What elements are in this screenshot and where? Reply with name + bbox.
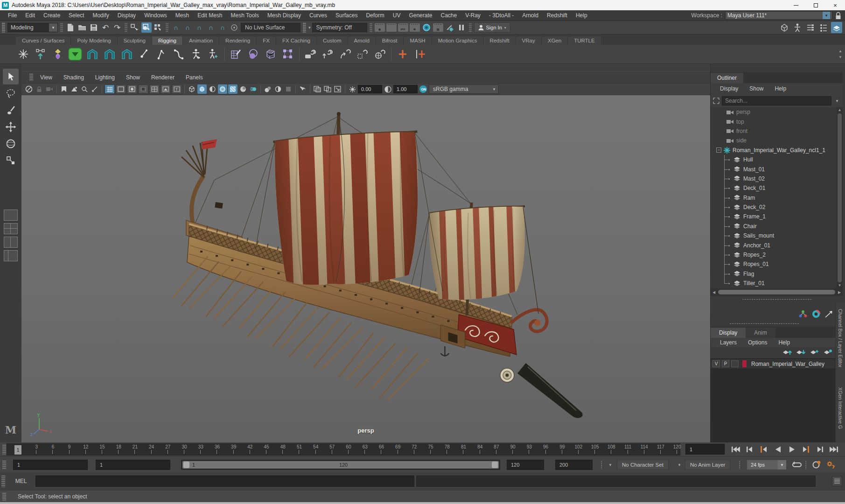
max-to-maya-icon[interactable]	[85, 47, 100, 62]
minimize-button[interactable]	[786, 0, 806, 10]
panel-drag-handle[interactable]	[29, 73, 33, 82]
save-scene-icon[interactable]	[89, 22, 99, 33]
outliner-mesh-item[interactable]: Flag	[711, 269, 843, 279]
current-frame-field[interactable]	[685, 444, 725, 455]
menu-item[interactable]: Deform	[362, 11, 388, 20]
camera-attributes-icon[interactable]	[45, 84, 54, 94]
layer-playback-toggle[interactable]: P	[722, 360, 729, 367]
undo-icon[interactable]: ↶	[100, 22, 111, 33]
layer-editor-tab[interactable]: Anim	[746, 328, 775, 338]
oversampling-icon[interactable]	[90, 84, 99, 94]
go-to-end-button[interactable]	[827, 443, 840, 455]
panel-splitter[interactable]	[729, 323, 799, 324]
timeline-tick[interactable]: 27	[152, 444, 168, 455]
timeline-tick[interactable]: 3	[20, 444, 36, 455]
timeline-tick[interactable]: 36	[201, 444, 217, 455]
gamma-field[interactable]: 1.00	[393, 85, 418, 93]
exposure-icon[interactable]	[348, 84, 357, 94]
outliner-mesh-item[interactable]: Chair	[711, 222, 843, 231]
timeline-tick[interactable]: 75	[414, 444, 431, 455]
menu-item[interactable]: - 3DtoAll -	[485, 11, 518, 20]
timeline-tick[interactable]: 60	[332, 444, 349, 455]
mel-input[interactable]	[35, 476, 414, 487]
rotate-tool-icon[interactable]	[3, 136, 19, 152]
outliner-mesh-item[interactable]: Tiller_01	[711, 279, 843, 288]
layout-single-pane-button[interactable]	[4, 210, 18, 221]
group-separator[interactable]	[370, 23, 372, 32]
shelf-tab[interactable]: Arnold	[348, 36, 376, 45]
go-to-start-button[interactable]	[729, 443, 742, 455]
step-forward-frame-button[interactable]	[813, 443, 826, 455]
outliner-list[interactable]: persp top front side − Roman_Imperial_Wa…	[711, 107, 843, 288]
connect-attribute-icon[interactable]	[412, 47, 427, 62]
timeline-tick[interactable]: 87	[480, 444, 496, 455]
hypershade-icon[interactable]	[421, 22, 432, 33]
drag-handle[interactable]	[2, 492, 6, 501]
timeline-tick[interactable]: 30	[168, 444, 184, 455]
select-object-icon[interactable]	[141, 22, 152, 33]
timeline-tick[interactable]: 81	[447, 444, 463, 455]
shelf-tab[interactable]: Sculpting	[118, 36, 152, 45]
timeline-tick[interactable]: 93	[513, 444, 529, 455]
shelf-tab[interactable]: Curves / Surfaces	[16, 36, 71, 45]
timeline-tick[interactable]: 69	[381, 444, 398, 455]
hypershade-display-icon[interactable]	[811, 310, 821, 318]
group-separator[interactable]	[125, 23, 127, 32]
snap-view-plane-icon[interactable]: ∩	[217, 22, 228, 33]
scroll-up-icon[interactable]: ▲	[838, 107, 842, 113]
render-flags-icon[interactable]: ▨	[433, 22, 443, 33]
outliner-mesh-item[interactable]: Deck_02	[711, 203, 843, 212]
move-layer-down-icon[interactable]	[796, 349, 806, 356]
command-result-field[interactable]	[416, 476, 816, 487]
menu-item[interactable]: Cache	[436, 11, 461, 20]
animation-start-field[interactable]	[13, 460, 88, 470]
menu-item[interactable]: Generate	[405, 11, 436, 20]
render-view-icon[interactable]: ◉	[375, 22, 385, 33]
outliner-menu-item[interactable]: Display	[714, 84, 744, 93]
shelf-tab[interactable]: Poly Modeling	[71, 36, 117, 45]
shelf-tab[interactable]: Animation	[183, 36, 219, 45]
render-settings-icon[interactable]: ✱	[410, 22, 420, 33]
range-slider-bar[interactable]: 1 120	[182, 461, 499, 469]
group-separator[interactable]	[166, 23, 168, 32]
group-separator[interactable]	[60, 23, 63, 32]
bind-skin-icon[interactable]	[246, 47, 261, 62]
character-controls-toggle-icon[interactable]	[792, 22, 803, 33]
shelf-tab[interactable]: MASH	[404, 36, 432, 45]
step-back-frame-button[interactable]	[743, 443, 756, 455]
lock-icon[interactable]	[835, 12, 841, 20]
layer-visibility-toggle[interactable]: V	[712, 360, 720, 367]
timeline-tick[interactable]: 114	[628, 444, 644, 455]
menu-item[interactable]: Arnold	[518, 11, 543, 20]
panel-menu-item[interactable]: Panels	[180, 72, 209, 83]
create-layer-from-selected-icon[interactable]	[823, 349, 833, 356]
outliner-mesh-item[interactable]: Deck_01	[711, 183, 843, 193]
outliner-mesh-item[interactable]: Ropes_01	[711, 259, 843, 269]
drag-handle[interactable]	[303, 22, 306, 33]
shelf-tab[interactable]: XGen	[542, 36, 568, 45]
shelf-tab[interactable]: Rendering	[219, 36, 257, 45]
outliner-mesh-item[interactable]: Hull	[711, 155, 843, 164]
outliner-tab[interactable]: Outliner	[711, 73, 743, 83]
gate-mask-icon[interactable]	[138, 84, 148, 94]
shelf-tab[interactable]: FX Caching	[276, 36, 317, 45]
safe-action-icon[interactable]	[161, 84, 171, 94]
redo-icon[interactable]: ↷	[112, 22, 122, 33]
shelf-tab[interactable]: FX	[257, 36, 276, 45]
menu-item[interactable]: Help	[572, 11, 592, 20]
joint-icon[interactable]	[137, 47, 152, 62]
snap-projected-center-icon[interactable]: ∩	[206, 22, 216, 33]
timeline-tick[interactable]: 84	[463, 444, 480, 455]
render-current-frame-icon[interactable]	[386, 22, 397, 33]
pause-icon[interactable]	[456, 22, 467, 33]
shadows-icon[interactable]	[228, 84, 237, 94]
auto-keyframe-icon[interactable]	[810, 459, 822, 470]
menu-item[interactable]: Create	[39, 11, 64, 20]
playback-loop-icon[interactable]	[791, 459, 803, 470]
channel-box-vertical-tab[interactable]: Channel Box / Layer Editor	[838, 309, 843, 368]
snap-point-icon[interactable]: ∩	[194, 22, 204, 33]
outliner-group-item[interactable]: − Roman_Imperial_War_Galley_ncl1_1	[711, 146, 843, 155]
shelf-tab[interactable]: Rigging	[152, 36, 183, 45]
new-scene-icon[interactable]	[65, 22, 76, 33]
timeline-tick[interactable]: 54	[299, 444, 315, 455]
